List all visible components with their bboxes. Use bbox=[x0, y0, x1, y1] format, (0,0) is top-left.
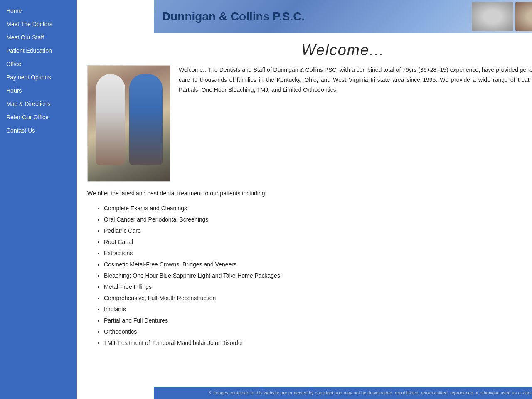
service-item: TMJ-Treatment of Temporal Mandibular Joi… bbox=[104, 337, 532, 349]
service-item: Comprehensive, Full-Mouth Reconstruction bbox=[104, 293, 532, 304]
sidebar-item-meet-doctors[interactable]: Meet The Doctors bbox=[0, 17, 77, 31]
sidebar-item-contact-us[interactable]: Contact Us bbox=[0, 124, 77, 137]
footer-text: © Images contained in this website are p… bbox=[209, 390, 532, 395]
service-item: Bleaching: One Hour Blue Sapphire Light … bbox=[104, 270, 532, 281]
services-section: We offer the latest and best dental trea… bbox=[87, 190, 532, 349]
nav-container: HomeMeet The DoctorsMeet Our StaffPatien… bbox=[0, 4, 77, 137]
welcome-header: Welcome... bbox=[87, 42, 532, 59]
sidebar-item-hours[interactable]: Hours bbox=[0, 84, 77, 97]
doctors-photo bbox=[87, 65, 170, 182]
sidebar-item-meet-staff[interactable]: Meet Our Staff bbox=[0, 31, 77, 44]
welcome-text: Welcome...The Dentists and Staff of Dunn… bbox=[179, 65, 532, 182]
service-item: Pediatric Care bbox=[104, 225, 532, 236]
sidebar-item-home[interactable]: Home bbox=[0, 4, 77, 17]
header-images bbox=[472, 2, 532, 31]
service-item: Implants bbox=[104, 304, 532, 315]
sidebar: ♿ High Contrast Site HomeMeet The Doctor… bbox=[0, 0, 77, 399]
service-item: Complete Exams and Cleanings bbox=[104, 203, 532, 214]
services-intro: We offer the latest and best dental trea… bbox=[87, 190, 532, 197]
service-item: Oral Cancer and Periodontal Screenings bbox=[104, 214, 532, 225]
service-item: Metal-Free Fillings bbox=[104, 281, 532, 293]
service-item: Root Canal bbox=[104, 236, 532, 248]
service-item: Extractions bbox=[104, 248, 532, 259]
welcome-title: Welcome... bbox=[87, 42, 532, 59]
service-item: Partial and Full Dentures bbox=[104, 315, 532, 326]
sidebar-item-patient-education[interactable]: Patient Education bbox=[0, 44, 77, 57]
site-title: Dunnigan & Collins P.S.C. bbox=[162, 10, 305, 23]
content-section: Welcome...The Dentists and Staff of Dunn… bbox=[87, 65, 532, 182]
footer: © Images contained in this website are p… bbox=[154, 387, 532, 399]
page-wrapper: ♿ High Contrast Site HomeMeet The Doctor… bbox=[0, 0, 532, 399]
sidebar-item-refer-office[interactable]: Refer Our Office bbox=[0, 111, 77, 124]
services-ul: Complete Exams and CleaningsOral Cancer … bbox=[87, 203, 532, 349]
service-item: Orthodontics bbox=[104, 326, 532, 337]
sidebar-item-map-directions[interactable]: Map & Directions bbox=[0, 97, 77, 111]
sidebar-item-payment-options[interactable]: Payment Options bbox=[0, 71, 77, 84]
main-content: Welcome... Welcome...The Dentists and St… bbox=[77, 33, 532, 387]
services-list: Complete Exams and CleaningsOral Cancer … bbox=[87, 203, 532, 349]
header-image-2 bbox=[515, 2, 532, 31]
sidebar-item-office[interactable]: Office bbox=[0, 57, 77, 71]
header: Dunnigan & Collins P.S.C. bbox=[154, 0, 532, 33]
service-item: Cosmetic Metal-Free Crowns, Bridges and … bbox=[104, 259, 532, 270]
header-image-1 bbox=[472, 2, 513, 31]
